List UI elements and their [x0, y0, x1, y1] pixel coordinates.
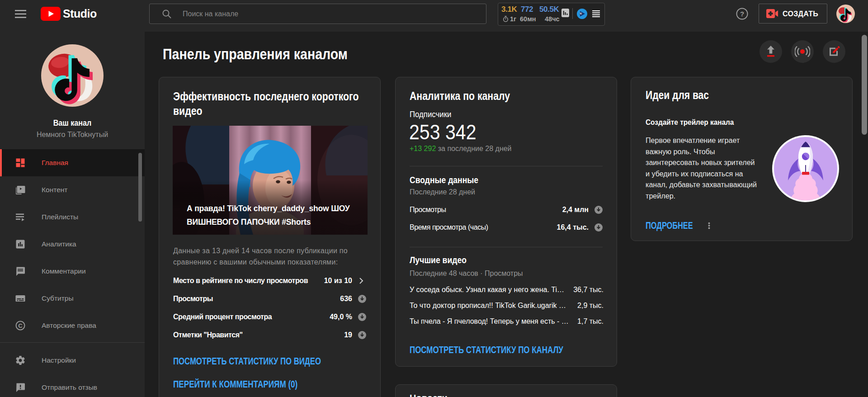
svg-text:ВИШНЕВОГО ПАПОЧКИ #Shorts: ВИШНЕВОГО ПАПОЧКИ #Shorts: [187, 217, 311, 227]
svg-text:А правда! TikTok cherry_daddy_: А правда! TikTok cherry_daddy_show ШОУ: [187, 204, 350, 213]
svg-text:?: ?: [740, 10, 744, 18]
svg-text:Ю: Ю: [580, 13, 582, 15]
svg-text:C: C: [18, 322, 23, 329]
